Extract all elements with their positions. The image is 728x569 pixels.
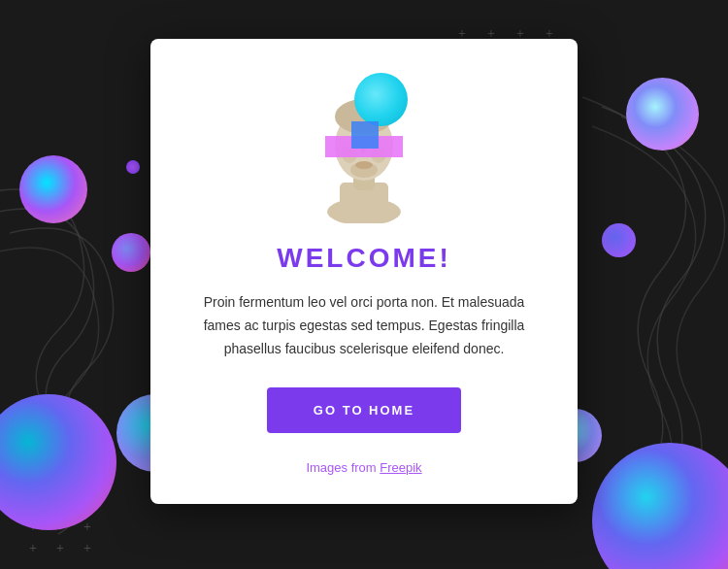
svg-point-7: [355, 161, 373, 169]
welcome-heading: WELCOME!: [199, 243, 529, 274]
gradient-orb-mid-right: [602, 223, 636, 257]
go-to-home-button[interactable]: GO TO HOME: [267, 387, 461, 433]
gradient-orb-top-right: [626, 78, 699, 151]
footer-text-label: Images from: [306, 460, 380, 475]
welcome-description: Proin fermentum leo vel orci porta non. …: [199, 291, 529, 360]
deco-circle: [354, 73, 408, 126]
gradient-orb-top-left: [19, 155, 87, 223]
statue-illustration: [301, 68, 427, 223]
welcome-card: WELCOME! Proin fermentum leo vel orci po…: [150, 39, 578, 504]
footer-attribution: Images from Freepik: [199, 460, 529, 475]
gradient-orb-left-mid: [112, 233, 150, 272]
deco-square: [351, 121, 379, 149]
gradient-dot-small: [126, 160, 140, 174]
freepik-link[interactable]: Freepik: [380, 460, 421, 475]
